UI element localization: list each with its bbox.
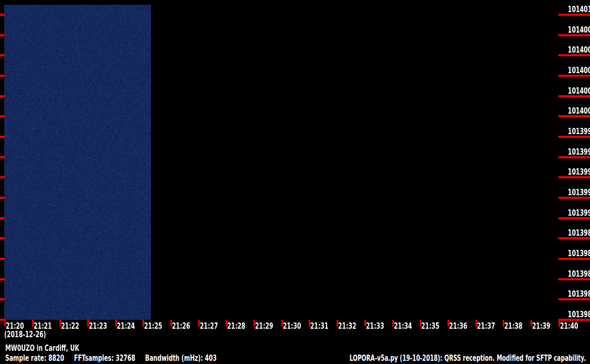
freq-tick-left xyxy=(0,95,5,97)
spectrogram-waterfall xyxy=(4,5,151,320)
time-tick-group: 21:40 xyxy=(558,320,585,332)
time-tick-group: 21:22 xyxy=(59,320,86,332)
freq-tick-left xyxy=(0,298,5,300)
freq-tick-left xyxy=(0,278,5,280)
time-tick-group: 21:25 xyxy=(143,320,169,332)
time-tick-group: 21:31 xyxy=(309,320,335,332)
time-label: 21:22 xyxy=(61,322,79,330)
time-label: 21:23 xyxy=(89,322,107,330)
freq-label-row: 10140060 xyxy=(557,46,590,56)
date-label: (2018-12-26) xyxy=(4,330,46,339)
time-tick-group: 21:23 xyxy=(87,320,114,332)
freq-label-row: 10139840 xyxy=(557,270,590,280)
freq-label: 10139900 xyxy=(568,209,590,217)
time-tick-group: 21:35 xyxy=(420,320,446,332)
time-tick-group: 21:32 xyxy=(337,320,363,332)
stats-line: Sample rate: 8820 FFTsamples: 32768 Band… xyxy=(5,355,217,362)
time-label: 21:38 xyxy=(504,322,523,330)
freq-label: 10139960 xyxy=(568,148,590,156)
freq-tick-left xyxy=(0,136,5,138)
freq-label-row: 10139820 xyxy=(557,290,590,300)
time-tick-group: 21:27 xyxy=(198,320,225,332)
time-label: 21:24 xyxy=(117,322,135,330)
stat-item: FFTsamples: 32768 xyxy=(74,355,136,362)
freq-tick-left xyxy=(0,197,5,199)
freq-label-row: 10140000 xyxy=(557,107,590,117)
time-tick-group: 21:28 xyxy=(226,320,252,332)
time-label: 21:25 xyxy=(144,322,162,330)
time-tick-group: 21:26 xyxy=(170,320,197,332)
time-label: 21:29 xyxy=(255,322,273,330)
time-label: 21:37 xyxy=(477,322,495,330)
freq-label-row: 10140100 xyxy=(557,5,590,16)
freq-tick-left xyxy=(0,176,5,178)
freq-label-row: 10139880 xyxy=(557,229,590,239)
time-label: 21:26 xyxy=(172,322,190,330)
time-tick-group: 21:36 xyxy=(447,320,474,332)
time-label: 21:40 xyxy=(560,322,578,330)
freq-tick-left xyxy=(0,156,5,158)
time-tick-group: 21:24 xyxy=(115,320,141,332)
time-label: 21:30 xyxy=(283,322,301,330)
freq-label: 10140060 xyxy=(568,46,590,54)
freq-label-row: 10139920 xyxy=(557,188,590,199)
time-label: 21:39 xyxy=(532,322,551,330)
freq-label: 10140080 xyxy=(568,26,590,34)
stat-item: Sample rate: 8820 xyxy=(5,355,64,362)
freq-tick-left xyxy=(0,14,5,16)
time-tick-group: 21:38 xyxy=(503,320,529,332)
freq-label-row: 10139940 xyxy=(557,168,590,178)
freq-tick-left xyxy=(0,217,5,219)
freq-label-row: 10140080 xyxy=(557,26,590,36)
software-label: LOPORA-v5a.py (19-10-2018): QRSS recepti… xyxy=(349,355,586,362)
freq-tick-left xyxy=(0,115,5,117)
freq-tick-left xyxy=(0,258,5,260)
freq-label: 10140100 xyxy=(568,5,590,13)
time-tick-group: 21:30 xyxy=(281,320,308,332)
time-label: 21:32 xyxy=(338,322,357,330)
stat-item: Bandwidth (mHz): 403 xyxy=(145,355,217,362)
freq-tick-left xyxy=(0,237,5,239)
freq-label-row: 10139960 xyxy=(557,148,590,158)
freq-label: 10139840 xyxy=(568,270,590,278)
freq-label-row: 10139900 xyxy=(557,209,590,219)
freq-label: 10139860 xyxy=(568,249,590,257)
time-label: 21:27 xyxy=(200,322,218,330)
station-label: MW0UZO in Cardiff, UK xyxy=(5,345,79,352)
freq-label: 10139980 xyxy=(568,127,590,135)
time-label: 21:33 xyxy=(366,322,384,330)
freq-tick-left xyxy=(0,34,5,36)
time-label: 21:35 xyxy=(421,322,440,330)
time-label: 21:34 xyxy=(394,322,412,330)
freq-label-row: 10139860 xyxy=(557,249,590,260)
freq-label: 10139880 xyxy=(568,229,590,237)
freq-label: 10139920 xyxy=(568,188,590,196)
freq-label: 10140040 xyxy=(568,66,590,74)
time-label: 21:31 xyxy=(310,322,329,330)
freq-label: 10140020 xyxy=(568,87,590,95)
time-tick-group: 21:39 xyxy=(531,320,557,332)
time-tick-group: 21:34 xyxy=(392,320,419,332)
time-label: 21:36 xyxy=(449,322,467,330)
freq-label: 10139940 xyxy=(568,168,590,176)
freq-tick-left xyxy=(0,54,5,56)
freq-tick-left xyxy=(0,75,5,77)
freq-label-row: 10140040 xyxy=(557,66,590,77)
freq-label: 10139820 xyxy=(568,290,590,298)
freq-label: 10139800 xyxy=(568,310,590,318)
time-tick-group: 21:29 xyxy=(253,320,280,332)
time-label: 21:28 xyxy=(227,322,246,330)
time-tick-group: 21:33 xyxy=(364,320,391,332)
time-tick-group: 21:37 xyxy=(475,320,502,332)
freq-label-row: 10140020 xyxy=(557,87,590,97)
freq-label-row: 10139980 xyxy=(557,127,590,138)
qrss-grabber-screen: 10140100 10140080 10140060 10140040 1014… xyxy=(0,0,590,364)
freq-label: 10140000 xyxy=(568,107,590,115)
